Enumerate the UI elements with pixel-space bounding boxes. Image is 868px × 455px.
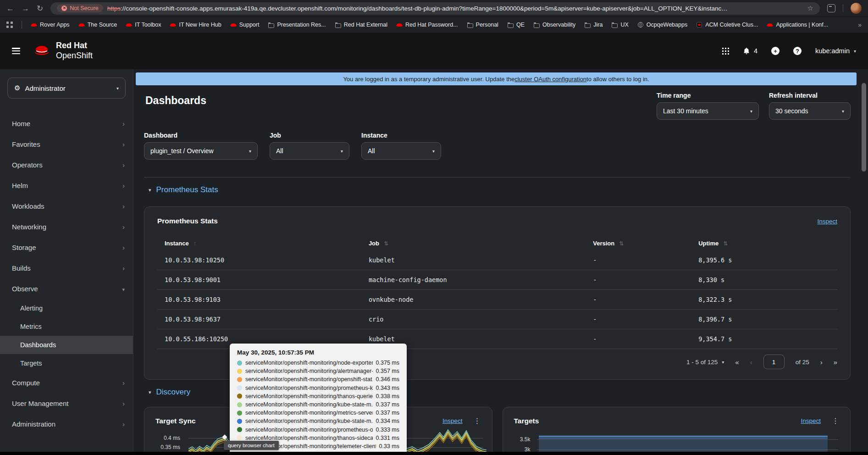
sidebar-item[interactable]: Builds [0,258,133,278]
bookmark-item[interactable]: IT New Hire Hub [170,22,221,28]
sidebar-subitem[interactable]: Metrics [0,317,133,336]
job-select[interactable]: All ▾ [270,142,349,160]
not-secure-chip[interactable]: Not Secure [57,4,103,12]
url-text[interactable]: https://console-openshift-console.apps.e… [107,5,803,12]
bookmarks-overflow-chevron[interactable]: » [858,21,862,28]
oauth-config-link[interactable]: cluster OAuth configuration [514,76,586,83]
inspect-link[interactable]: Inspect [801,417,821,424]
inspect-link[interactable]: Inspect [442,417,463,424]
reload-icon[interactable]: ↻ [37,5,43,12]
browser-profile-avatar[interactable] [851,3,862,14]
sidebar-item[interactable]: Observe [0,278,133,299]
first-page-button[interactable]: « [735,358,739,366]
pagination-range-menu[interactable]: 1 - 5 of 125 ▾ [686,359,724,366]
sidebar-subitem[interactable]: Dashboards [0,336,133,354]
sidebar-item[interactable]: Workloads [0,196,133,216]
bookmark-item[interactable]: Personal [467,22,498,28]
series-value: 0.33 ms [379,443,399,449]
job-filter-label: Job [270,132,349,139]
cell-version: - [586,310,691,329]
bookmark-icon [507,22,514,28]
sidebar-item[interactable]: Operators [0,155,133,175]
address-bar[interactable]: Not Secure https://console-openshift-con… [50,2,820,15]
bookmark-item[interactable]: The Source [78,22,117,28]
sidebar-item[interactable]: Administration [0,414,133,434]
perspective-label: Administrator [25,84,65,92]
app-launcher-icon[interactable] [722,48,729,55]
cell-uptime: 9,354.7 s [691,329,837,349]
bookmark-item[interactable]: IT Toolbox [126,22,161,28]
column-header-job[interactable]: Job⇅ [361,236,586,250]
bookmark-item[interactable]: OcpqeWebapps [637,22,687,28]
help-icon[interactable]: ? [793,47,802,55]
sidebar: ⚙ Administrator ▾ Home Favorites [0,69,133,455]
login-banner: You are logged in as a temporary adminis… [136,72,857,85]
extensions-icon[interactable] [827,4,835,12]
bookmark-item[interactable]: Observability [533,22,575,28]
sidebar-subitem[interactable]: Alerting [0,299,133,317]
card-title: Targets [514,417,539,425]
bookmark-item[interactable]: ACM Coletive Clus... [696,22,758,28]
bookmark-label: Presentation Res... [277,22,326,28]
instance-select[interactable]: All ▾ [361,142,441,160]
window-edge [0,452,868,455]
column-header-instance[interactable]: Instance↑ [157,236,361,250]
inspect-link[interactable]: Inspect [817,218,837,225]
quick-create-icon[interactable]: + [771,47,780,55]
sidebar-item-chevron-icon [122,202,125,210]
user-menu[interactable]: kube:admin ▾ [815,47,856,55]
series-color-dot [237,427,242,432]
bookmark-item[interactable]: Applications | Konf... [767,22,828,28]
next-page-button[interactable]: › [820,358,823,366]
perspective-switcher[interactable]: ⚙ Administrator ▾ [7,78,126,99]
column-header-uptime[interactable]: Uptime⇅ [691,236,837,250]
bookmark-label: Red Hat External [344,22,387,28]
sidebar-nav: Home Favorites Operators [0,113,133,434]
forward-icon[interactable]: → [22,5,29,12]
prometheus-section-header[interactable]: ▾ Prometheus Stats [149,185,851,194]
dashboard-filter-label: Dashboard [144,132,258,139]
sort-icon: ⇅ [384,240,388,247]
last-page-button[interactable]: » [834,358,837,366]
cell-version: - [586,290,691,310]
sidebar-item[interactable]: User Management [0,393,133,414]
sidebar-item-label: Helm [12,182,28,189]
notifications-button[interactable]: 4 [743,47,757,55]
prev-page-button[interactable]: ‹ [750,358,752,366]
dashboard-select[interactable]: plugin_test / Overview ▾ [144,142,258,160]
sidebar-item[interactable]: Compute [0,372,133,393]
targets-chart[interactable] [537,426,835,455]
bookmark-item[interactable]: Jira [584,22,603,28]
sidebar-item-chevron-icon [122,264,125,272]
dashboard-select-value: plugin_test / Overview [150,147,214,155]
kebab-menu-icon[interactable]: ⋮ [832,416,839,425]
nav-toggle-icon[interactable] [12,48,20,54]
bookmark-star-icon[interactable]: ☆ [807,4,813,12]
apps-grid-icon[interactable] [6,22,13,28]
time-range-select[interactable]: Last 30 minutes ▾ [657,102,759,120]
sort-asc-icon: ↑ [194,240,196,247]
bookmark-item[interactable]: UX [611,22,628,28]
page-number-input[interactable]: 1 [763,355,785,369]
bookmark-label: Rover Apps [40,22,70,28]
refresh-interval-select[interactable]: 30 seconds ▾ [769,102,851,120]
bookmark-label: ACM Coletive Clus... [705,22,758,28]
bookmark-item[interactable]: Red Hat External [335,22,387,28]
scrollbar-thumb[interactable] [862,83,866,172]
back-icon[interactable]: ← [6,5,14,12]
bookmark-item[interactable]: Red Hat Password... [396,22,458,28]
sidebar-item[interactable]: Favorites [0,134,133,155]
column-header-version[interactable]: Version⇅ [586,236,691,250]
table-row: 10.0.53.98:9103 ovnkube-node - 8,322.3 s [157,290,837,310]
sidebar-item[interactable]: Storage [0,237,133,258]
sidebar-subitem[interactable]: Targets [0,354,133,372]
bookmark-item[interactable]: Rover Apps [31,22,70,28]
sidebar-item-label: Observe [12,285,38,293]
bookmark-item[interactable]: Presentation Res... [268,22,326,28]
bookmark-item[interactable]: Support [230,22,260,28]
sidebar-item[interactable]: Helm [0,175,133,196]
kebab-menu-icon[interactable]: ⋮ [474,416,481,425]
bookmark-item[interactable]: QE [507,22,525,28]
sidebar-item[interactable]: Networking [0,216,133,237]
sidebar-item[interactable]: Home [0,113,133,134]
